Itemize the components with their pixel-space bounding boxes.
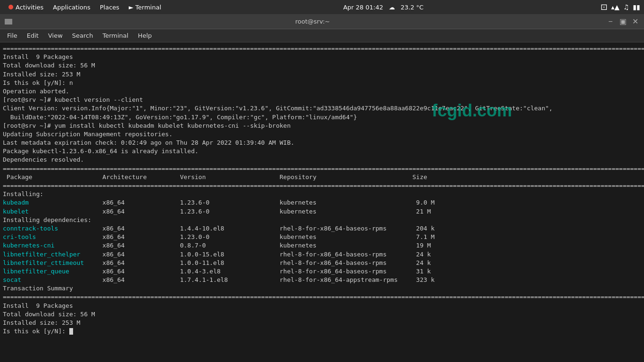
menu-search[interactable]: Search [67, 31, 98, 40]
topbar-right: ⚀ ▴▲ ♫ ▮▮ [601, 3, 640, 12]
close-button[interactable]: ✕ [631, 17, 639, 26]
activities-button[interactable]: Activities [4, 0, 48, 14]
terminal-line: Client Version: version.Info{Major:"1", … [3, 104, 641, 113]
places-button[interactable]: Places [95, 0, 124, 14]
terminal-applet-button[interactable]: ► Terminal [124, 0, 166, 14]
terminal-lines: ========================================… [3, 44, 641, 336]
menu-view[interactable]: View [43, 31, 67, 40]
terminal-window: root@srv:~ − ▣ ✕ File Edit View Search T… [0, 14, 644, 362]
terminal-line: Is this ok [y/N]: [3, 327, 641, 336]
menu-file[interactable]: File [2, 31, 22, 40]
terminal-line: ========================================… [3, 44, 641, 53]
network-icon[interactable]: ▴▲ [611, 3, 619, 11]
terminal-line: Installing dependencies: [3, 216, 641, 224]
terminal-line: Package kubectl-1.23.6-0.x86_64 is alrea… [3, 147, 641, 156]
terminal-cursor [69, 328, 73, 335]
terminal-line: libnetfilter_queue x86_64 1.0.4-3.el8 rh… [3, 267, 641, 276]
terminal-line: Install 9 Packages [3, 53, 641, 61]
applications-button[interactable]: Applications [48, 0, 95, 14]
terminal-line: libnetfilter_cthelper x86_64 1.0.0-15.el… [3, 250, 641, 259]
terminal-line: Transaction Summary [3, 284, 641, 293]
system-topbar: Activities Applications Places ► Termina… [0, 0, 644, 14]
terminal-line: kubeadm x86_64 1.23.6-0 kubernetes 9.0 M [3, 198, 641, 207]
terminal-line: Operation aborted. [3, 87, 641, 96]
volume-icon[interactable]: ♫ [623, 3, 629, 11]
window-title-text: root@srv:~ [295, 18, 330, 25]
terminal-line: Total download size: 56 M [3, 310, 641, 319]
menu-terminal[interactable]: Terminal [98, 31, 133, 40]
topbar-left: Activities Applications Places ► Termina… [4, 0, 166, 14]
terminal-line: cri-tools x86_64 1.23.0-0 kubernetes 7.1… [3, 233, 641, 241]
weather-label: 23.2 °C [401, 4, 424, 11]
menu-help[interactable]: Help [133, 31, 157, 40]
terminal-line: [root@srv ~]# yum install kubectl kubead… [3, 122, 641, 130]
activities-label: Activities [16, 4, 43, 11]
terminal-line: libnetfilter_cttimeout x86_64 1.0.0-11.e… [3, 259, 641, 267]
terminal-line: Installing: [3, 190, 641, 198]
terminal-line: Installed size: 253 M [3, 319, 641, 327]
terminal-icon [5, 19, 19, 25]
battery-icon[interactable]: ▮▮ [633, 3, 640, 11]
terminal-title: root@srv:~ [295, 18, 330, 25]
terminal-applet-label: Terminal [135, 4, 161, 11]
datetime-label: Apr 28 01:42 [343, 4, 383, 11]
terminal-line: Total download size: 56 M [3, 61, 641, 70]
terminal-menubar: File Edit View Search Terminal Help [0, 29, 644, 42]
terminal-line: Last metadata expiration check: 0:02:49 … [3, 139, 641, 147]
terminal-line: Is this ok [y/N]: n [3, 79, 641, 87]
terminal-line: ========================================… [3, 165, 641, 173]
window-controls: − ▣ ✕ [606, 17, 639, 26]
terminal-line: Package Architecture Version Repository … [3, 173, 641, 181]
places-label: Places [100, 4, 119, 11]
terminal-line: Updating Subscription Management reposit… [3, 130, 641, 139]
maximize-button[interactable]: ▣ [619, 17, 627, 26]
topbar-center: Apr 28 01:42 ☁ 23.2 °C [343, 4, 423, 11]
weather-icon: ☁ [389, 4, 395, 11]
accessibility-icon[interactable]: ⚀ [601, 3, 607, 12]
terminal-line: Dependencies resolved. [3, 156, 641, 164]
minimize-button[interactable]: − [606, 17, 615, 26]
activities-icon [8, 5, 13, 9]
terminal-line: Install 9 Packages [3, 302, 641, 310]
terminal-line: [root@srv ~]# kubectl version --client [3, 96, 641, 104]
terminal-line: kubelet x86_64 1.23.6-0 kubernetes 21 M [3, 207, 641, 216]
applications-label: Applications [53, 4, 90, 11]
terminal-line: conntrack-tools x86_64 1.4.4-10.el8 rhel… [3, 224, 641, 233]
terminal-line: Installed size: 253 M [3, 70, 641, 79]
terminal-line: kubernetes-cni x86_64 0.8.7-0 kubernetes… [3, 241, 641, 250]
terminal-line: ========================================… [3, 293, 641, 301]
terminal-titlebar: root@srv:~ − ▣ ✕ [0, 14, 644, 29]
terminal-line: BuildDate:"2022-04-14T08:49:13Z", GoVers… [3, 113, 641, 122]
terminal-line: socat x86_64 1.7.4.1-1.el8 rhel-8-for-x8… [3, 276, 641, 284]
window-icon [5, 19, 12, 25]
terminal-output[interactable]: ========================================… [0, 42, 644, 362]
menu-edit[interactable]: Edit [22, 31, 43, 40]
terminal-line: ========================================… [3, 181, 641, 190]
